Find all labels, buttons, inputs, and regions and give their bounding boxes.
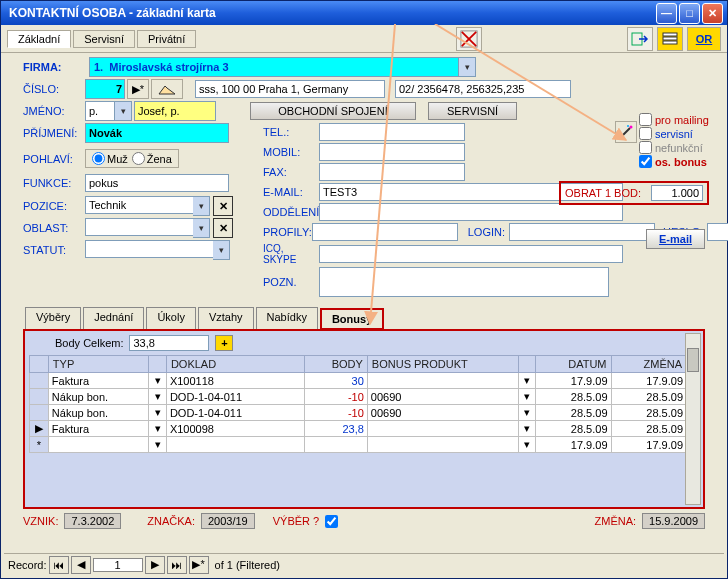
point-icon[interactable] [151, 79, 183, 99]
address-input[interactable] [195, 80, 385, 98]
flag-nefunkcni[interactable]: nefunkční [639, 141, 709, 154]
table-row[interactable]: Nákup bon.▾DOD-1-04-011-1000690▾28.5.092… [30, 389, 687, 405]
hdr-zmena[interactable]: ZMĚNA [611, 356, 686, 373]
tab-servisni[interactable]: Servisní [73, 30, 135, 48]
form-icon[interactable] [657, 27, 683, 51]
tab-jednani[interactable]: Jednání [83, 307, 144, 329]
rec-last[interactable]: ⏭ [167, 556, 187, 574]
radio-zena[interactable]: Žena [132, 152, 172, 165]
rec-of: of 1 (Filtered) [215, 559, 280, 571]
hdr-body[interactable]: BODY [305, 356, 368, 373]
firma-input[interactable] [89, 57, 459, 77]
svg-rect-4 [663, 33, 677, 36]
table-row[interactable]: Nákup bon.▾DOD-1-04-011-1000690▾28.5.092… [30, 405, 687, 421]
hdr-produkt[interactable]: BONUS PRODUKT [367, 356, 518, 373]
oddeleni-input[interactable] [319, 203, 623, 221]
zmena-value: 15.9.2009 [642, 513, 705, 529]
oblast-dd[interactable] [193, 218, 210, 238]
table-row[interactable]: Faktura▾X10011830▾17.9.0917.9.09 [30, 373, 687, 389]
tab-vybery[interactable]: Výběry [25, 307, 81, 329]
pozice-dd[interactable] [193, 196, 210, 216]
rec-next[interactable]: ▶ [145, 556, 165, 574]
radio-muz[interactable]: Muž [92, 152, 128, 165]
rec-prev[interactable]: ◀ [71, 556, 91, 574]
minimize-button[interactable]: — [656, 3, 677, 24]
maximize-button[interactable]: □ [679, 3, 700, 24]
flag-servisni[interactable]: servisní [639, 127, 709, 140]
no-image-icon[interactable] [456, 27, 482, 51]
statut-dd[interactable] [213, 240, 230, 260]
cislo-input[interactable] [85, 79, 125, 99]
add-row-button[interactable]: + [215, 335, 233, 351]
label-statut: STATUT: [23, 244, 85, 256]
flag-osbonus[interactable]: os. bonus [639, 155, 709, 168]
icq-input[interactable] [319, 245, 623, 263]
prijmeni-input[interactable] [85, 123, 229, 143]
oblast-input[interactable] [85, 218, 193, 236]
vznik-label: VZNIK: [23, 515, 58, 527]
label-profily: PROFILY: [263, 226, 312, 238]
mobil-input[interactable] [319, 143, 465, 161]
close-button[interactable]: ✕ [702, 3, 723, 24]
hdr-doklad[interactable]: DOKLAD [166, 356, 304, 373]
tab-zakladni[interactable]: Základní [7, 30, 71, 48]
znacka-label: ZNAČKA: [147, 515, 195, 527]
phone-input[interactable] [395, 80, 571, 98]
top-toolbar: Základní Servisní Privátní OR [1, 25, 727, 53]
rec-value[interactable] [93, 558, 143, 572]
obrat-input[interactable] [651, 185, 703, 201]
exit-icon[interactable] [627, 27, 653, 51]
flag-mailing[interactable]: pro mailing [639, 113, 709, 126]
label-fax: FAX: [263, 166, 319, 178]
email-button[interactable]: E-mail [646, 229, 705, 249]
label-icq: ICQ, SKYPE [263, 243, 319, 265]
wand-icon[interactable] [615, 121, 637, 143]
hdr-datum[interactable]: DATUM [536, 356, 611, 373]
obrat-label: OBRAT 1 BOD: [565, 187, 651, 199]
pozn-textarea[interactable] [319, 267, 609, 297]
goto-button[interactable]: ▶* [127, 79, 149, 99]
funkce-input[interactable] [85, 174, 229, 192]
servisni-button[interactable]: SERVISNÍ [428, 102, 517, 120]
tel-input[interactable] [319, 123, 465, 141]
table-row[interactable]: *▾▾17.9.0917.9.09 [30, 437, 687, 453]
vznik-value: 7.3.2002 [64, 513, 121, 529]
profily-input[interactable] [312, 223, 458, 241]
grid-scrollbar[interactable] [685, 333, 701, 505]
label-login: LOGIN: [468, 226, 509, 238]
login-input[interactable] [509, 223, 655, 241]
subtabs: Výběry Jednání Úkoly Vztahy Nabídky Bonu… [1, 307, 727, 329]
firma-dropdown[interactable] [459, 57, 476, 77]
obchodni-spojeni-button[interactable]: OBCHODNÍ SPOJENÍ [250, 102, 416, 120]
tab-nabidky[interactable]: Nabídky [256, 307, 318, 329]
pozice-input[interactable] [85, 196, 193, 214]
or-button[interactable]: OR [687, 27, 721, 51]
oblast-clear[interactable]: ✕ [213, 218, 233, 238]
heslo-input[interactable] [707, 223, 728, 241]
statut-input[interactable] [85, 240, 213, 258]
record-nav: Record: ⏮ ◀ ▶ ⏭ ▶* of 1 (Filtered) [4, 553, 724, 575]
vyber-checkbox[interactable] [325, 515, 338, 528]
obrat-box: OBRAT 1 BOD: [559, 181, 709, 205]
title-prefix-dd[interactable] [115, 101, 132, 121]
fax-input[interactable] [319, 163, 465, 181]
label-oddeleni: ODDĚLENÍ: [263, 206, 319, 218]
svg-point-7 [630, 126, 633, 129]
rec-first[interactable]: ⏮ [49, 556, 69, 574]
table-row[interactable]: ▶Faktura▾X10009823,8▾28.5.0928.5.09 [30, 421, 687, 437]
tab-privatni[interactable]: Privátní [137, 30, 196, 48]
vyber-label: VÝBĚR ? [273, 515, 319, 527]
title-prefix-input[interactable] [85, 101, 115, 121]
zmena-label: ZMĚNA: [595, 515, 637, 527]
pozice-clear[interactable]: ✕ [213, 196, 233, 216]
bonus-grid[interactable]: TYP DOKLAD BODY BONUS PRODUKT DATUM ZMĚN… [29, 355, 687, 453]
tab-ukoly[interactable]: Úkoly [146, 307, 196, 329]
label-mobil: MOBIL: [263, 146, 319, 158]
hdr-typ[interactable]: TYP [48, 356, 148, 373]
tab-bonusy[interactable]: Bonusy [320, 308, 384, 330]
jmeno-input[interactable] [134, 101, 216, 121]
tab-vztahy[interactable]: Vztahy [198, 307, 254, 329]
body-celkem-value[interactable] [129, 335, 209, 351]
rec-new[interactable]: ▶* [189, 556, 209, 574]
znacka-value: 2003/19 [201, 513, 255, 529]
